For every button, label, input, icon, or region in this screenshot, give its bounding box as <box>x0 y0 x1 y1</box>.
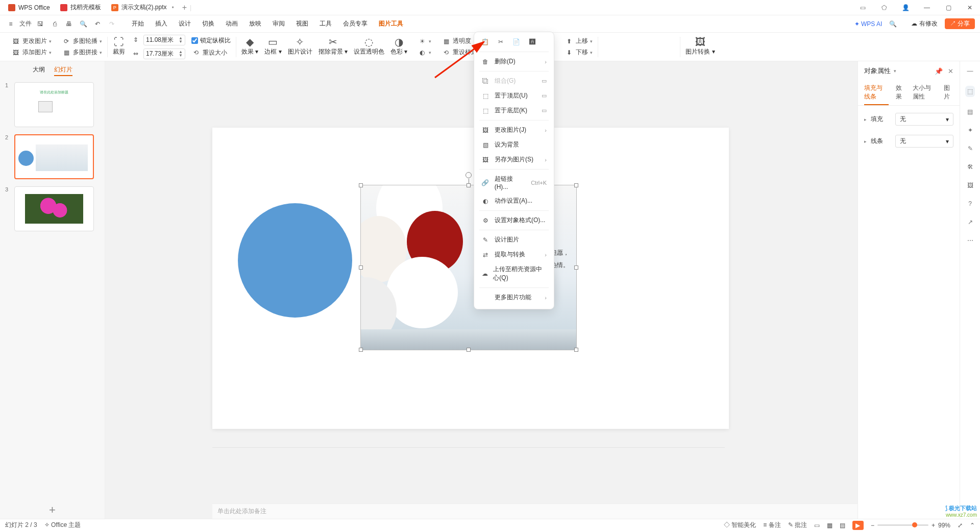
layers-icon[interactable]: ▤ <box>967 108 973 115</box>
effect-button[interactable]: ◆效果 ▾ <box>241 37 258 56</box>
line-select[interactable]: 无▾ <box>895 135 953 148</box>
redo-icon[interactable]: ↷ <box>106 20 117 28</box>
tab-insert[interactable]: 插入 <box>155 19 167 28</box>
tab-member[interactable]: 会员专享 <box>343 19 368 28</box>
resize-handle[interactable] <box>574 183 578 187</box>
ctx-item[interactable]: ⚙设置对象格式(O)... <box>477 213 551 228</box>
ctx-item[interactable]: 🔗超链接(H)...Ctrl+K <box>477 172 551 194</box>
material-icon[interactable]: 🖼 <box>967 182 973 189</box>
rp-tab-fill[interactable]: 填充与线条 <box>864 81 889 105</box>
slide-thumb-1[interactable]: 1 请在此处添加标题 <box>5 82 100 127</box>
color-button[interactable]: ◑色彩 ▾ <box>390 37 407 56</box>
fit-screen-button[interactable]: ⤢ <box>958 522 963 529</box>
brightness-button[interactable]: ☀▾ <box>418 37 431 46</box>
ctx-item[interactable]: ⬚置于底层(K)▭ <box>477 103 551 118</box>
export-icon[interactable]: ⎙ <box>49 20 60 28</box>
view-sorter-icon[interactable]: ▦ <box>827 522 832 529</box>
ctx-copy-icon[interactable]: 📋 <box>481 38 489 45</box>
zoom-in-button[interactable]: + <box>932 522 935 529</box>
multi-join-button[interactable]: ▦多图拼接▾ <box>62 48 102 57</box>
window-maximize-button[interactable]: ▢ <box>941 4 955 11</box>
tab-transition[interactable]: 切换 <box>202 19 214 28</box>
rotate-handle[interactable] <box>465 172 472 178</box>
tab-tools[interactable]: 工具 <box>320 19 332 28</box>
resize-handle[interactable] <box>467 348 471 352</box>
share-button[interactable]: ↗ 分享 <box>945 18 975 29</box>
resize-handle[interactable] <box>359 266 363 270</box>
zoom-value[interactable]: 99% <box>938 522 950 529</box>
ctx-item[interactable]: ◐动作设置(A)... <box>477 194 551 208</box>
slides-tab[interactable]: 幻灯片 <box>54 65 72 76</box>
lock-ratio-checkbox[interactable]: 锁定纵横比 <box>191 36 231 45</box>
ctx-cut-icon[interactable]: ✂ <box>498 38 503 45</box>
window-compact-icon[interactable]: ▭ <box>855 4 870 11</box>
print-icon[interactable]: 🖶 <box>63 20 75 28</box>
properties-icon[interactable]: ⬚ <box>965 86 975 97</box>
view-reading-icon[interactable]: ▤ <box>840 522 845 529</box>
shape-circle[interactable] <box>238 203 352 318</box>
pin-icon[interactable]: 📌 <box>935 67 943 75</box>
multi-rotate-button[interactable]: ⟳多图轮播▾ <box>62 37 102 46</box>
ctx-paste-icon[interactable]: 📄 <box>512 38 520 45</box>
app-tab-file[interactable]: P 演示文稿(2).pptx • <box>106 1 179 15</box>
expand-icon[interactable]: ▸ <box>864 117 867 122</box>
add-image-button[interactable]: 🖼添加图片▾ <box>11 48 52 57</box>
transparency-button[interactable]: ▦透明度 <box>442 37 477 46</box>
ctx-item[interactable]: 🗑删除(D)› <box>477 54 551 69</box>
ctx-item[interactable]: ✎设计图片 <box>477 232 551 247</box>
smart-beautify-button[interactable]: ◇ 智能美化 <box>724 521 756 529</box>
help-icon[interactable]: ? <box>968 200 972 207</box>
save-icon[interactable]: 🖫 <box>35 20 46 28</box>
ctx-item[interactable]: 更多图片功能› <box>477 290 551 305</box>
reset-size-button[interactable]: ⟲重设大小 <box>191 48 231 57</box>
ctx-item[interactable]: 🖼另存为图片(S)› <box>477 152 551 167</box>
rp-tab-picture[interactable]: 图片 <box>944 81 953 105</box>
close-panel-icon[interactable]: ✕ <box>948 67 953 75</box>
tab-picture-tools[interactable]: 图片工具 <box>379 19 403 28</box>
crop-button[interactable]: ⛶裁剪 <box>113 37 125 56</box>
tab-view[interactable]: 视图 <box>296 19 308 28</box>
file-menu[interactable]: 文件 <box>19 19 32 28</box>
slideshow-button[interactable]: ▶ <box>852 521 864 530</box>
more-icon[interactable]: ⋯ <box>967 237 973 244</box>
notes-toggle[interactable]: ≡ 备注 <box>763 521 780 529</box>
set-transparent-button[interactable]: ◌设置透明色 <box>354 37 384 56</box>
view-normal-icon[interactable]: ▭ <box>814 522 820 529</box>
cube-icon[interactable]: ⬠ <box>877 4 891 11</box>
image-design-button[interactable]: ✧图片设计 <box>288 37 312 56</box>
menu-icon[interactable]: ≡ <box>5 20 16 28</box>
collapse-icon[interactable]: — <box>967 67 973 75</box>
notes-area[interactable]: 单击此处添加备注 <box>212 503 857 519</box>
window-minimize-button[interactable]: — <box>920 4 934 11</box>
move-down-button[interactable]: ⬇下移▾ <box>565 48 593 57</box>
theme-label[interactable]: ✧ Office 主题 <box>44 521 81 529</box>
resize-handle[interactable] <box>467 183 471 187</box>
preview-icon[interactable]: 🔍 <box>78 20 89 28</box>
cloud-modified[interactable]: ☁ 有修改 <box>911 19 937 28</box>
tab-start[interactable]: 开始 <box>132 19 144 28</box>
contrast-button[interactable]: ◐▾ <box>418 48 431 57</box>
app-tab-template[interactable]: 找稻壳模板 <box>55 1 106 15</box>
new-tab-button[interactable]: + <box>182 3 187 12</box>
ctx-item[interactable]: ☁上传至稻壳资源中心(Q) <box>477 262 551 285</box>
ctx-item[interactable]: 🖼更改图片(J)› <box>477 123 551 137</box>
tab-review[interactable]: 审阅 <box>273 19 285 28</box>
rp-tab-size[interactable]: 大小与属性 <box>913 81 937 105</box>
border-button[interactable]: ▭边框 ▾ <box>264 37 281 56</box>
height-input[interactable]: 17.73厘米▲▼ <box>143 49 185 59</box>
change-image-button[interactable]: 🖼更改图片▾ <box>11 37 52 46</box>
resize-handle[interactable] <box>359 348 363 352</box>
undo-icon[interactable]: ↶ <box>92 20 103 28</box>
tab-animation[interactable]: 动画 <box>226 19 238 28</box>
outline-tab[interactable]: 大纲 <box>33 65 45 76</box>
expand-button[interactable]: ⌃ <box>970 522 975 529</box>
tools-icon[interactable]: 🛠 <box>967 163 973 171</box>
add-slide-button[interactable]: + <box>0 501 105 519</box>
resize-handle[interactable] <box>574 348 578 352</box>
reset-style-button[interactable]: ⟲重设样式 <box>442 48 477 57</box>
search-icon[interactable]: 🔍 <box>889 20 897 28</box>
tab-design[interactable]: 设计 <box>179 19 191 28</box>
remove-bg-button[interactable]: ✂抠除背景 ▾ <box>318 37 348 56</box>
fill-select[interactable]: 无▾ <box>895 113 953 126</box>
ctx-item[interactable]: ▧设为背景 <box>477 137 551 152</box>
